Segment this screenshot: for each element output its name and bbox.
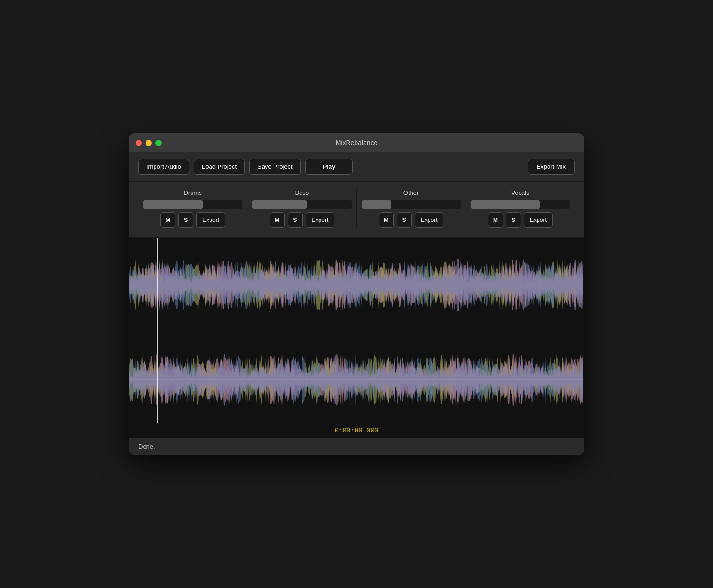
channel-drums-fader[interactable]: [143, 200, 242, 209]
other-mute-button[interactable]: M: [379, 212, 394, 228]
channel-bass: Bass M S Export: [247, 189, 356, 228]
import-audio-button[interactable]: Import Audio: [138, 159, 189, 175]
channel-drums: Drums M S Export: [138, 189, 247, 228]
vocals-solo-button[interactable]: S: [506, 212, 521, 228]
status-text: Done.: [138, 443, 155, 450]
window-title: MixRebalance: [336, 139, 378, 147]
load-project-button[interactable]: Load Project: [194, 159, 245, 175]
bass-solo-button[interactable]: S: [288, 212, 303, 228]
waveform-canvas[interactable]: [129, 238, 584, 423]
play-button[interactable]: Play: [305, 159, 353, 175]
channel-vocals-controls: M S Export: [488, 212, 553, 228]
channel-bass-fader[interactable]: [252, 200, 351, 209]
minimize-button[interactable]: [146, 140, 152, 146]
traffic-lights: [136, 140, 162, 146]
maximize-button[interactable]: [155, 140, 162, 146]
bass-export-button[interactable]: Export: [306, 212, 335, 228]
status-bar: Done.: [129, 438, 584, 455]
drums-solo-button[interactable]: S: [178, 212, 193, 228]
channel-vocals-fader[interactable]: [471, 200, 570, 209]
export-mix-button[interactable]: Export Mix: [528, 159, 575, 175]
vocals-mute-button[interactable]: M: [488, 212, 503, 228]
waveform-section[interactable]: 0:00:00.000: [129, 238, 584, 438]
channel-other-fader[interactable]: [362, 200, 461, 209]
channel-vocals-label: Vocals: [511, 189, 529, 196]
bass-mute-button[interactable]: M: [270, 212, 285, 228]
channel-bass-controls: M S Export: [270, 212, 335, 228]
save-project-button[interactable]: Save Project: [249, 159, 301, 175]
drums-mute-button[interactable]: M: [160, 212, 175, 228]
toolbar: Import Audio Load Project Save Project P…: [129, 152, 584, 182]
playhead: [157, 238, 158, 423]
channel-vocals: Vocals M S Export: [466, 189, 575, 228]
timecode-display: 0:00:00.000: [129, 423, 584, 438]
vocals-export-button[interactable]: Export: [524, 212, 553, 228]
other-solo-button[interactable]: S: [397, 212, 412, 228]
channel-other: Other M S Export: [357, 189, 466, 228]
other-export-button[interactable]: Export: [415, 212, 444, 228]
channel-drums-controls: M S Export: [160, 212, 225, 228]
channel-other-label: Other: [403, 189, 419, 196]
app-window: MixRebalance Import Audio Load Project S…: [129, 133, 584, 455]
titlebar: MixRebalance: [129, 133, 584, 152]
channels-section: Drums M S Export Bass M S Export Other: [129, 182, 584, 238]
channel-other-controls: M S Export: [379, 212, 444, 228]
drums-export-button[interactable]: Export: [196, 212, 225, 228]
close-button[interactable]: [136, 140, 142, 146]
channel-bass-label: Bass: [295, 189, 309, 196]
channel-drums-label: Drums: [183, 189, 201, 196]
